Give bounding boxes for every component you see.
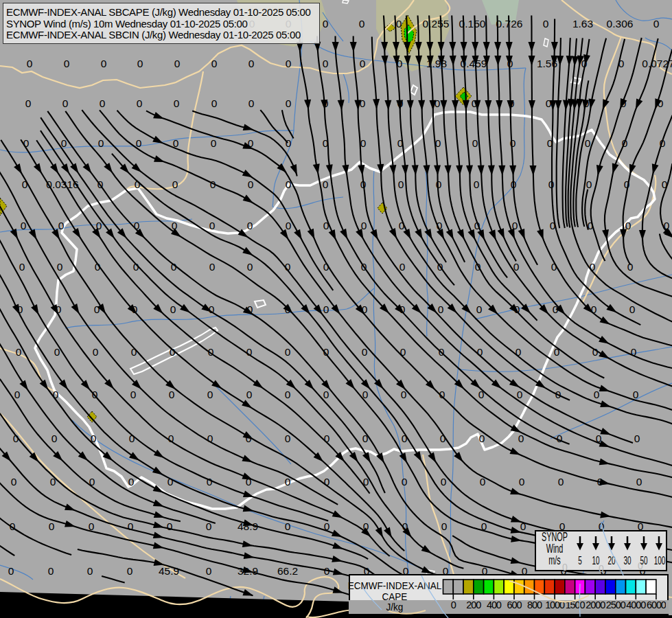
svg-text:0: 0	[441, 520, 448, 532]
svg-text:2500: 2500	[606, 599, 626, 610]
svg-text:0: 0	[594, 389, 600, 400]
svg-text:400: 400	[487, 599, 502, 610]
svg-text:0: 0	[558, 476, 564, 488]
svg-text:0: 0	[211, 137, 217, 149]
svg-text:0: 0	[438, 304, 444, 315]
svg-text:0: 0	[101, 58, 107, 69]
svg-text:0: 0	[476, 304, 483, 315]
svg-text:4000: 4000	[626, 599, 646, 610]
svg-text:0: 0	[451, 599, 456, 610]
svg-text:0: 0	[285, 389, 291, 400]
svg-text:0: 0	[474, 179, 480, 190]
svg-text:0: 0	[100, 98, 106, 109]
svg-text:0: 0	[543, 18, 549, 30]
svg-text:0: 0	[137, 58, 143, 69]
svg-text:0: 0	[27, 58, 33, 69]
svg-text:0: 0	[633, 389, 639, 400]
svg-text:0.306: 0.306	[607, 18, 634, 30]
svg-text:0: 0	[16, 346, 22, 358]
svg-text:6000: 6000	[647, 599, 666, 610]
svg-text:0: 0	[479, 433, 485, 444]
svg-text:0: 0	[586, 179, 592, 190]
svg-text:1000: 1000	[545, 599, 565, 610]
svg-text:0: 0	[170, 304, 176, 315]
svg-text:0: 0	[285, 346, 291, 358]
svg-text:0: 0	[137, 98, 143, 109]
svg-text:0: 0	[169, 389, 175, 400]
svg-text:0: 0	[360, 137, 367, 149]
svg-text:0: 0	[398, 179, 404, 190]
svg-text:0: 0	[286, 137, 292, 149]
svg-text:0: 0	[93, 346, 99, 358]
svg-text:0: 0	[167, 520, 173, 532]
svg-text:0: 0	[557, 433, 563, 444]
svg-text:0: 0	[130, 389, 137, 400]
svg-text:0: 0	[57, 261, 63, 273]
svg-text:0: 0	[323, 18, 329, 30]
svg-text:0: 0	[11, 476, 17, 488]
svg-text:0: 0	[174, 58, 181, 69]
svg-text:0: 0	[323, 304, 329, 315]
svg-text:0: 0	[585, 137, 591, 149]
svg-text:0: 0	[172, 179, 178, 190]
svg-text:0: 0	[359, 18, 365, 30]
svg-text:0: 0	[399, 261, 406, 273]
svg-text:0: 0	[94, 304, 100, 315]
svg-text:0: 0	[51, 433, 58, 444]
svg-text:0: 0	[436, 179, 442, 190]
svg-text:66.2: 66.2	[277, 565, 298, 577]
svg-text:0: 0	[21, 220, 27, 231]
svg-text:0: 0	[286, 58, 292, 69]
svg-text:0: 0	[211, 58, 218, 69]
svg-text:0: 0	[627, 261, 634, 273]
svg-text:0: 0	[285, 433, 291, 444]
svg-text:0: 0	[472, 137, 478, 149]
svg-text:1.63: 1.63	[572, 18, 593, 30]
svg-text:0: 0	[636, 476, 642, 488]
svg-text:1500: 1500	[566, 599, 586, 610]
svg-text:0: 0	[206, 565, 212, 577]
svg-text:0: 0	[396, 18, 402, 30]
svg-text:0: 0	[19, 261, 25, 273]
svg-text:0: 0	[248, 58, 255, 69]
svg-text:0: 0	[519, 476, 525, 488]
svg-text:0: 0	[247, 261, 253, 273]
svg-text:200: 200	[466, 599, 481, 610]
svg-text:0: 0	[402, 476, 408, 488]
svg-text:0: 0	[209, 220, 216, 231]
svg-text:0: 0	[246, 389, 253, 400]
svg-text:0: 0	[360, 98, 366, 109]
svg-text:0: 0	[247, 220, 253, 231]
svg-text:0: 0	[286, 98, 292, 109]
svg-text:0: 0	[135, 179, 141, 190]
svg-text:0: 0	[286, 220, 292, 231]
svg-text:0: 0	[174, 98, 180, 109]
svg-text:0: 0	[207, 389, 213, 400]
svg-text:0: 0	[323, 389, 329, 400]
svg-text:0: 0	[58, 220, 65, 231]
svg-text:800: 800	[527, 599, 542, 610]
svg-text:0: 0	[48, 565, 54, 577]
svg-text:0: 0	[634, 433, 640, 444]
svg-text:0: 0	[323, 179, 329, 190]
svg-text:0: 0	[517, 389, 523, 400]
svg-text:0: 0	[360, 58, 366, 69]
svg-text:0: 0	[323, 58, 329, 69]
svg-text:0: 0	[441, 476, 447, 488]
svg-text:0: 0	[248, 98, 255, 109]
svg-text:0: 0	[629, 304, 636, 315]
svg-text:0: 0	[653, 18, 660, 30]
svg-text:0: 0	[64, 58, 70, 69]
svg-text:0: 0	[285, 520, 291, 532]
svg-text:0: 0	[8, 565, 14, 577]
svg-text:0: 0	[128, 476, 135, 488]
svg-text:0: 0	[211, 98, 218, 109]
svg-text:0: 0	[248, 179, 254, 190]
svg-text:0: 0	[49, 520, 55, 532]
svg-text:0.255: 0.255	[423, 18, 450, 30]
svg-text:0: 0	[25, 98, 32, 109]
svg-text:2000: 2000	[586, 599, 605, 610]
svg-text:0: 0	[98, 137, 104, 149]
svg-text:0: 0	[62, 98, 69, 109]
svg-text:0: 0	[127, 565, 133, 577]
